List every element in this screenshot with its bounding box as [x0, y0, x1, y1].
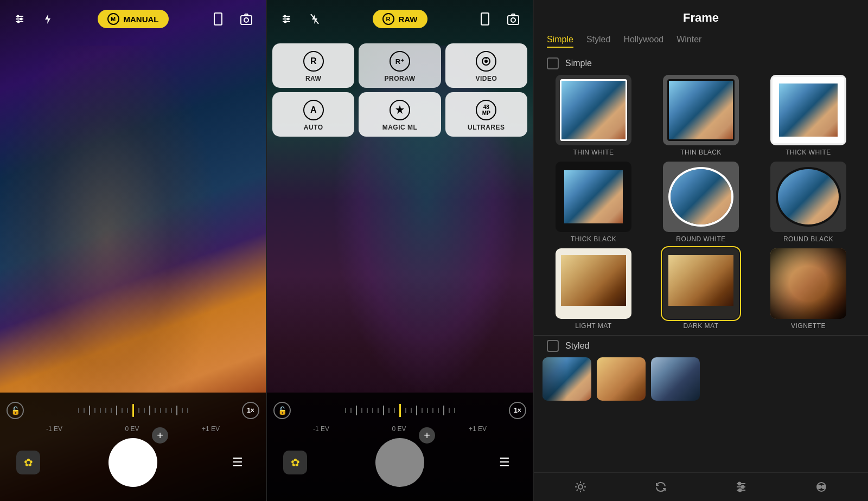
zoom-level-1[interactable]: 1×	[242, 402, 259, 419]
frame-grid: THIN WHITE THIN BLACK THICK WHITE	[534, 72, 868, 333]
frame-item-dark-mat[interactable]: DARK MAT	[650, 248, 752, 330]
camera-flip-icon-2[interactable]	[503, 9, 523, 29]
mode-badge-2[interactable]: R RAW	[373, 10, 427, 28]
styled-preview-1[interactable]	[542, 357, 591, 401]
bottom-controls-1: 🔓	[0, 393, 266, 501]
label-thick-white: THICK WHITE	[786, 149, 831, 156]
label-vignette: VIGNETTE	[791, 322, 826, 330]
frame-panel: Frame Simple Styled Hollywood Winter Sim…	[534, 0, 868, 501]
svg-line-30	[577, 483, 578, 484]
frame-thumb-round-black	[770, 162, 846, 232]
tab-styled[interactable]: Styled	[586, 35, 610, 48]
gallery-btn-1[interactable]: ✿	[16, 451, 40, 474]
flash-icon[interactable]	[38, 9, 58, 29]
sliders-icon[interactable]	[10, 9, 29, 29]
mode-proraw[interactable]: R⁺ PRORAW	[359, 43, 441, 88]
camera-flip-icon-1[interactable]	[237, 9, 256, 29]
svg-point-39	[739, 489, 742, 492]
ultrares-label: ULTRARES	[468, 124, 505, 131]
mode-label-1: MANUAL	[124, 15, 159, 24]
mode-magic-ml[interactable]: MAGIC ML	[359, 92, 441, 137]
svg-point-20	[511, 18, 515, 22]
frame-thumb-light-mat	[556, 248, 631, 319]
frame-thumb-thick-white	[770, 75, 846, 145]
magic-ml-label: MAGIC ML	[382, 124, 418, 131]
shutter-button-1[interactable]	[108, 438, 157, 487]
label-dark-mat: DARK MAT	[683, 322, 718, 330]
tab-simple[interactable]: Simple	[547, 35, 573, 48]
camera-panel-2: R RAW R RAW R⁺	[267, 0, 533, 501]
sun-toolbar-icon[interactable]	[570, 476, 591, 498]
label-round-white: ROUND WHITE	[676, 235, 726, 243]
frame-header: Frame	[534, 0, 868, 29]
styled-preview-2[interactable]	[597, 357, 646, 401]
bottom-controls-2: 🔓	[267, 393, 533, 501]
svg-point-25	[578, 485, 583, 489]
frame-item-thick-white[interactable]: THICK WHITE	[757, 75, 859, 156]
mode-video[interactable]: VIDEO	[445, 43, 527, 88]
label-thin-black: THIN BLACK	[680, 149, 722, 156]
menu-btn-2[interactable]: ☰	[493, 451, 516, 474]
frame-item-light-mat[interactable]: LIGHT MAT	[542, 248, 644, 330]
proraw-label: PRORAW	[384, 75, 415, 82]
svg-point-1	[17, 15, 20, 18]
mode-badge-1[interactable]: M MANUAL	[98, 10, 169, 28]
auto-label: AUTO	[304, 124, 323, 131]
sliders-toolbar-icon[interactable]	[730, 476, 752, 498]
top-bar-1: M MANUAL	[0, 0, 266, 38]
shutter-button-2[interactable]	[375, 438, 424, 487]
frame-item-round-black[interactable]: ROUND BLACK	[757, 162, 859, 243]
plus-btn-1[interactable]: +	[152, 427, 168, 444]
frame-thumb-thin-black	[663, 75, 739, 145]
simple-checkbox[interactable]	[547, 57, 559, 69]
label-thin-white: THIN WHITE	[573, 149, 614, 156]
frame-item-thin-white[interactable]: THIN WHITE	[542, 75, 644, 156]
mode-auto[interactable]: A AUTO	[272, 92, 354, 137]
tab-winter[interactable]: Winter	[676, 35, 701, 48]
styled-label: Styled	[565, 341, 589, 351]
zoom-level-2[interactable]: 1×	[509, 402, 526, 419]
frame-thumb-round-white	[663, 162, 739, 232]
frame-thumb-vignette	[770, 248, 846, 319]
simple-section-header: Simple	[534, 53, 868, 72]
sliders-icon-2[interactable]	[277, 9, 296, 29]
mode-options: R RAW R⁺ PRORAW VIDEO A AUTO MAGIC ML 48…	[272, 43, 527, 137]
styled-preview-3[interactable]	[651, 357, 700, 401]
tab-hollywood[interactable]: Hollywood	[623, 35, 663, 48]
mode-raw[interactable]: R RAW	[272, 43, 354, 88]
phone-icon-1[interactable]	[208, 9, 228, 29]
styled-section-header: Styled	[534, 335, 868, 354]
svg-point-35	[738, 483, 741, 485]
svg-rect-18	[481, 13, 489, 25]
ev-lock-2[interactable]: 🔓	[273, 402, 291, 419]
circle-toolbar-icon[interactable]	[810, 476, 832, 498]
frame-thumb-thin-white	[556, 75, 631, 145]
frame-item-vignette[interactable]: VIGNETTE	[757, 248, 859, 330]
video-icon	[476, 51, 496, 72]
refresh-toolbar-icon[interactable]	[650, 476, 672, 498]
plus-btn-2[interactable]: +	[419, 427, 435, 444]
svg-marker-6	[45, 14, 50, 24]
styled-checkbox[interactable]	[547, 340, 559, 352]
top-bar-right-2	[475, 9, 523, 29]
svg-point-42	[822, 485, 825, 489]
simple-label: Simple	[565, 59, 592, 68]
mode-ultrares[interactable]: 48MP ULTRARES	[445, 92, 527, 137]
svg-rect-7	[214, 13, 222, 25]
menu-btn-1[interactable]: ☰	[226, 451, 250, 474]
phone-icon-2[interactable]	[475, 9, 495, 29]
frame-item-thick-black[interactable]: THICK BLACK	[542, 162, 644, 243]
flash-off-icon[interactable]	[305, 9, 324, 29]
frame-item-round-white[interactable]: ROUND WHITE	[650, 162, 752, 243]
frame-item-thin-black[interactable]: THIN BLACK	[650, 75, 752, 156]
mode-label-2: RAW	[399, 15, 418, 24]
gallery-btn-2[interactable]: ✿	[283, 451, 307, 474]
mode-letter-2: R	[382, 13, 394, 25]
ev-lock-1[interactable]: 🔓	[7, 402, 24, 419]
label-thick-black: THICK BLACK	[571, 235, 616, 243]
magic-ml-icon	[390, 100, 410, 120]
raw-icon: R	[303, 51, 324, 72]
proraw-icon: R⁺	[390, 51, 410, 72]
styled-previews	[534, 354, 868, 403]
shutter-row-2: ✿ + ☰	[267, 438, 533, 487]
